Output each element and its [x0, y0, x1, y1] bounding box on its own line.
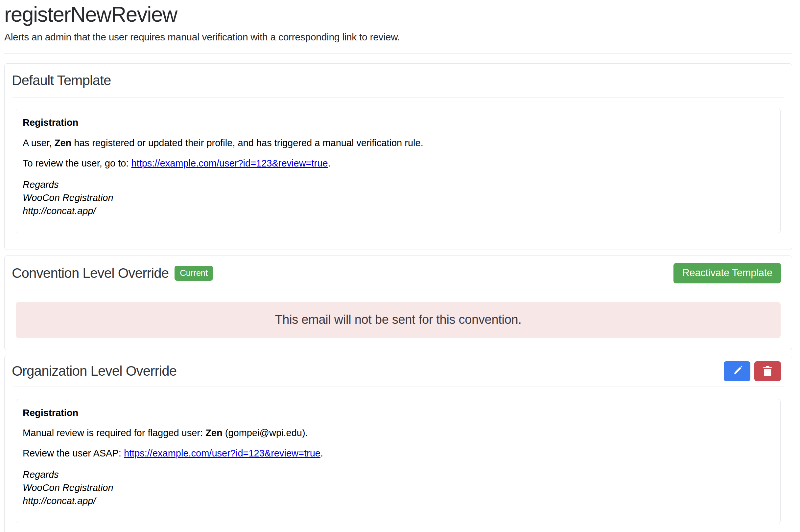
edit-button[interactable] [724, 361, 750, 381]
email-review-prefix: To review the user, go to: [23, 158, 131, 169]
convention-override-title: Convention Level Override [12, 266, 169, 281]
organization-override-body: Registration Manual review is required f… [5, 387, 792, 532]
default-template-body: Registration A user, Zen has registered … [5, 97, 792, 249]
organization-override-title: Organization Level Override [12, 363, 177, 379]
pencil-icon [732, 366, 743, 377]
signature-line-3: http://concat.app/ [23, 206, 96, 216]
email-signature: RegardsWooCon Registrationhttp://concat.… [23, 468, 774, 507]
card-convention-override: Convention Level Override Current Reacti… [4, 255, 792, 350]
card-organization-override: Organization Level Override [4, 356, 792, 532]
email-disabled-alert: This email will not be sent for this con… [16, 302, 781, 338]
review-link[interactable]: https://example.com/user?id=123&review=t… [131, 158, 328, 169]
email-review-prefix: Review the user ASAP: [23, 448, 124, 458]
default-template-title: Default Template [12, 73, 111, 88]
signature-line-1: Regards [23, 469, 59, 480]
email-body-suffix: (gompei@wpi.edu). [222, 428, 308, 438]
page-divider [4, 53, 792, 54]
review-link[interactable]: https://example.com/user?id=123&review=t… [124, 448, 321, 458]
page-title: registerNewReview [4, 4, 792, 25]
convention-override-header: Convention Level Override Current Reacti… [5, 256, 792, 291]
card-default-template: Default Template Registration A user, Ze… [4, 63, 792, 250]
email-body-prefix: Manual review is required for flagged us… [23, 428, 205, 438]
organization-override-header: Organization Level Override [5, 356, 792, 386]
email-preview-organization: Registration Manual review is required f… [16, 399, 781, 523]
signature-line-2: WooCon Registration [23, 482, 113, 493]
page-description: Alerts an admin that the user requires m… [4, 32, 792, 43]
email-body-suffix: has registered or updated their profile,… [71, 138, 423, 148]
email-review-line: To review the user, go to: https://examp… [23, 158, 774, 169]
email-body-prefix: A user, [23, 138, 55, 148]
email-review-suffix: . [328, 158, 331, 169]
email-preview-default: Registration A user, Zen has registered … [16, 109, 781, 233]
email-heading: Registration [23, 407, 774, 419]
delete-button[interactable] [754, 361, 781, 381]
signature-line-3: http://concat.app/ [23, 496, 96, 506]
email-body-line: Manual review is required for flagged us… [23, 427, 774, 439]
status-badge-current: Current [175, 266, 213, 281]
trash-icon [762, 366, 773, 377]
default-template-header: Default Template [5, 64, 792, 97]
reactivate-template-button[interactable]: Reactivate Template [673, 263, 781, 283]
email-user-name: Zen [205, 428, 222, 438]
email-signature: RegardsWooCon Registrationhttp://concat.… [23, 178, 774, 217]
email-user-name: Zen [55, 138, 72, 148]
signature-line-2: WooCon Registration [23, 192, 113, 203]
email-review-suffix: . [321, 448, 323, 458]
email-heading: Registration [23, 117, 774, 128]
email-review-line: Review the user ASAP: https://example.co… [23, 448, 774, 459]
page-container: registerNewReview Alerts an admin that t… [0, 0, 800, 532]
signature-line-1: Regards [23, 179, 59, 190]
convention-override-body: This email will not be sent for this con… [5, 291, 792, 350]
email-body-line: A user, Zen has registered or updated th… [23, 137, 774, 149]
